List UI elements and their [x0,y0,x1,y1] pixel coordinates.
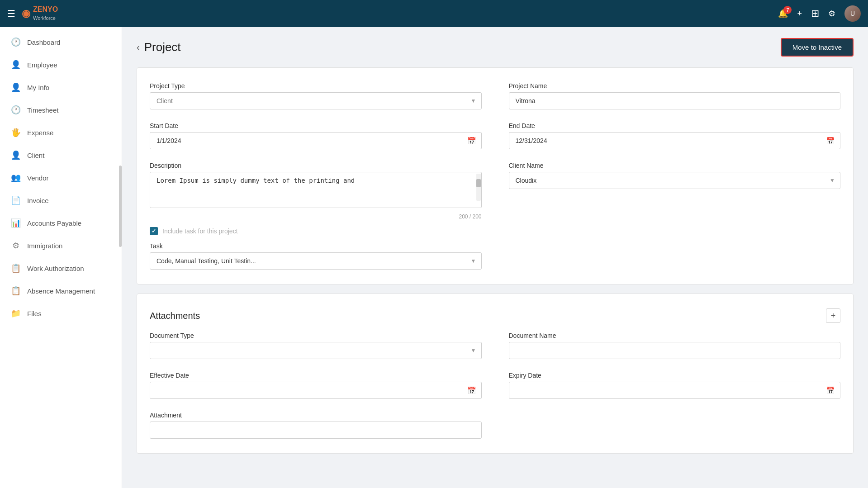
sidebar-item-files[interactable]: 📁 Files [0,302,122,325]
topnav-right: 🔔 7 + ⊞ ⚙ U [778,5,861,22]
sidebar-label-accounts-payable: Accounts Payable [27,219,81,227]
main-content: ‹ Project Move to Inactive Project Type … [122,27,868,488]
attachments-section-title: Attachments + [150,308,840,323]
expiry-date-label: Expiry Date [509,372,841,379]
description-scrollbar-thumb [476,179,481,187]
sidebar-label-immigration: Immigration [27,242,62,250]
back-button[interactable]: ‹ [137,42,140,52]
document-type-input[interactable] [150,342,482,359]
form-grid: Project Type ▼ Project Name Start Date [150,82,840,220]
project-type-select-wrap: ▼ [150,92,482,109]
start-date-label: Start Date [150,122,482,129]
logo-secondary: Workforce [33,15,56,21]
sidebar-item-vendor[interactable]: 👥 Vendor [0,166,122,189]
grid-icon[interactable]: ⊞ [811,8,819,19]
notification-bell[interactable]: 🔔 7 [778,9,788,19]
client-name-label: Client Name [509,162,841,169]
vendor-icon: 👥 [11,173,21,183]
sidebar-label-timesheet: Timesheet [27,106,58,114]
absence-icon: 📋 [11,286,21,296]
sidebar-label-vendor: Vendor [27,174,49,182]
project-name-label: Project Name [509,82,841,90]
description-scrollbar[interactable] [476,174,481,201]
task-placeholder [509,242,841,270]
logo-text: ZENYO Workforce [33,5,58,21]
task-grid: Task ▼ [150,242,840,270]
document-type-field: Document Type ▼ [150,332,482,359]
employee-icon: 👤 [11,60,21,70]
work-auth-icon: 📋 [11,263,21,273]
start-date-input[interactable] [150,132,482,149]
user-avatar[interactable]: U [844,5,861,22]
sidebar-item-timesheet[interactable]: 🕐 Timesheet [0,99,122,121]
attachment-input[interactable] [150,422,482,439]
move-to-inactive-button[interactable]: Move to Inactive [781,38,854,57]
document-name-field: Document Name [509,332,841,359]
sidebar-label-work-authorization: Work Authorization [27,265,84,272]
expiry-date-calendar-icon[interactable]: 📅 [826,386,835,395]
immigration-icon: ⚙ [11,241,21,251]
sidebar-label-client: Client [27,152,44,159]
client-name-select-wrap: ▼ [509,172,841,189]
client-icon: 👤 [11,150,21,160]
add-attachment-button[interactable]: + [826,308,840,323]
add-button[interactable]: + [797,9,802,19]
document-type-select-wrap: ▼ [150,342,482,359]
start-date-wrap: 📅 [150,132,482,149]
avatar-initials: U [844,5,861,22]
effective-date-calendar-icon[interactable]: 📅 [467,386,476,395]
sidebar-item-accounts-payable[interactable]: 📊 Accounts Payable [0,212,122,234]
effective-date-label: Effective Date [150,372,482,379]
include-task-row: ✓ Include task for this project [150,227,840,235]
sidebar-item-client[interactable]: 👤 Client [0,144,122,166]
project-type-input[interactable] [150,92,482,109]
project-name-field: Project Name [509,82,841,109]
task-input[interactable] [150,252,482,270]
attachments-card: Attachments + Document Type ▼ Document N… [137,294,854,454]
expiry-date-wrap: 📅 [509,382,841,399]
include-task-checkbox[interactable]: ✓ [150,227,158,235]
task-field: Task ▼ [150,242,482,270]
description-field: Description Lorem Ipsum is simply dummy … [150,162,482,220]
sidebar-item-invoice[interactable]: 📄 Invoice [0,189,122,212]
expiry-date-input[interactable] [509,382,841,399]
accounts-payable-icon: 📊 [11,218,21,228]
sidebar-item-myinfo[interactable]: 👤 My Info [0,76,122,99]
sidebar-scrollbar[interactable] [119,27,122,488]
effective-date-field: Effective Date 📅 [150,372,482,399]
myinfo-icon: 👤 [11,82,21,92]
end-date-calendar-icon[interactable]: 📅 [826,137,835,145]
page-header: ‹ Project Move to Inactive [137,38,854,57]
timesheet-icon: 🕐 [11,105,21,115]
attachment-label: Attachment [150,412,482,419]
page-title: Project [144,40,181,54]
sidebar-item-employee[interactable]: 👤 Employee [0,53,122,76]
end-date-input[interactable] [509,132,841,149]
sidebar-scroll: 🕐 Dashboard 👤 Employee 👤 My Info 🕐 Times… [0,27,122,328]
description-label: Description [150,162,482,169]
description-textarea[interactable]: Lorem Ipsum is simply dummy text of the … [150,172,482,208]
project-name-input[interactable] [509,92,841,109]
sidebar-item-immigration[interactable]: ⚙ Immigration [0,234,122,257]
logo-icon: ◉ [22,8,30,19]
sidebar-label-myinfo: My Info [27,84,49,91]
sidebar: 🕐 Dashboard 👤 Employee 👤 My Info 🕐 Times… [0,27,122,488]
start-date-calendar-icon[interactable]: 📅 [467,137,476,145]
end-date-wrap: 📅 [509,132,841,149]
end-date-label: End Date [509,122,841,129]
expiry-date-field: Expiry Date 📅 [509,372,841,399]
settings-icon[interactable]: ⚙ [828,9,835,19]
sidebar-item-dashboard[interactable]: 🕐 Dashboard [0,31,122,53]
start-date-field: Start Date 📅 [150,122,482,149]
logo-primary: ZENYO [33,5,58,13]
sidebar-item-work-authorization[interactable]: 📋 Work Authorization [0,257,122,280]
page-header-left: ‹ Project [137,40,181,54]
project-type-field: Project Type ▼ [150,82,482,109]
hamburger-menu[interactable]: ☰ [7,8,15,19]
effective-date-input[interactable] [150,382,482,399]
document-name-input[interactable] [509,342,841,359]
sidebar-label-employee: Employee [27,61,57,69]
sidebar-item-absence-management[interactable]: 📋 Absence Management [0,280,122,302]
sidebar-item-expense[interactable]: 🖐 Expense [0,121,122,144]
client-name-input[interactable] [509,172,841,189]
